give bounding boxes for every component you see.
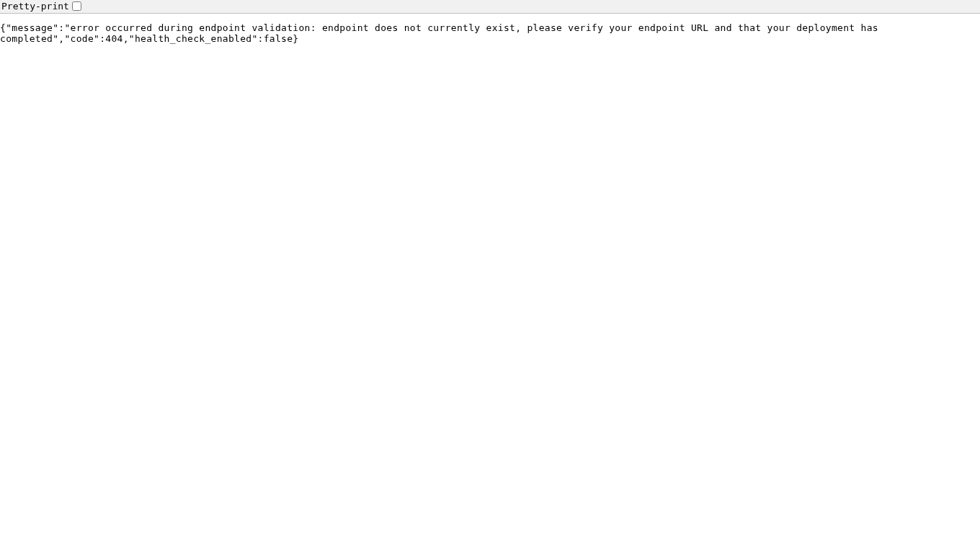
pretty-print-checkbox[interactable]	[72, 1, 81, 11]
pretty-print-header: Pretty-print	[0, 0, 980, 14]
json-response-body: {"message":"error occurred during endpoi…	[0, 14, 980, 45]
pretty-print-label[interactable]: Pretty-print	[1, 1, 69, 12]
